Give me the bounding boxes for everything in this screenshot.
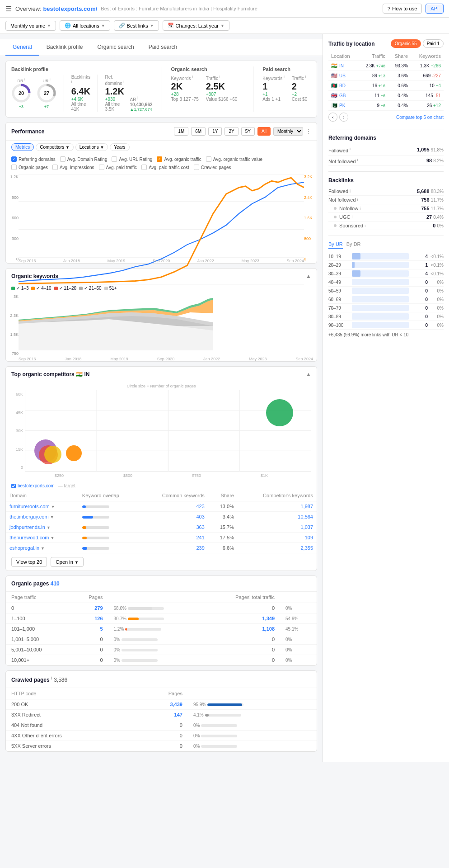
tab-backlink-profile[interactable]: Backlink profile: [39, 39, 90, 56]
backlink-row: Nofollow i 755 11.7%: [328, 204, 444, 213]
cb-avg-organic-traffic[interactable]: ✓ Avg. organic traffic: [157, 156, 201, 162]
ref-domains-metric: Ref. domains i 1.2K +930 All time 3.5K: [105, 75, 125, 112]
filter-1m[interactable]: 1M: [174, 127, 188, 136]
tab-general[interactable]: General: [5, 39, 39, 56]
calendar-icon: 📅: [168, 23, 174, 28]
col-traffic-tl: Traffic: [358, 52, 388, 61]
open-in-btn[interactable]: Open in ▼: [51, 557, 84, 567]
table-row: thepurewood.com ▼ 241 17.5% 109: [6, 533, 317, 543]
api-button[interactable]: API: [426, 4, 444, 14]
filter-2y[interactable]: 2Y: [224, 127, 238, 136]
svg-text:20: 20: [19, 90, 24, 96]
cb-avg-impressions[interactable]: Avg. Impressions: [52, 165, 94, 170]
help-icon: ?: [388, 6, 390, 11]
filter-1y[interactable]: 1Y: [208, 127, 222, 136]
cb-referring-domains[interactable]: ✓ Referring domains: [11, 156, 56, 162]
cb-avg-organic-traffic-value[interactable]: Avg. organic traffic value: [206, 156, 262, 162]
crawled-pages-title: Crawled pages i 3,586: [11, 677, 67, 683]
overview-label: Overview: bestofexports.com/: [15, 5, 97, 12]
kw-badge-4-10: ✓ 4–10: [31, 286, 51, 291]
paid-tab[interactable]: Paid 1: [423, 39, 444, 48]
filter-all[interactable]: All: [257, 127, 271, 136]
keywords-chart: 3K2.3K1.5K750 Sep 2016Jan 2018May 2019Se…: [6, 293, 317, 361]
monthly-volume-btn[interactable]: Monthly volume ▼: [5, 21, 56, 31]
ur-row: 70–79 0 0%: [328, 304, 444, 312]
paid-traffic-metric: Traffic i 2 +2 Cost $0: [292, 75, 307, 102]
performance-chart: 1.2K9006003000 3.2K2.4K1.6K8000: [6, 173, 317, 263]
by-dr-tab[interactable]: By DR: [346, 241, 361, 249]
cb-crawled-pages[interactable]: Crawled pages: [194, 165, 231, 170]
table-row: 1,001–5,000 0 0% 0 0%: [6, 634, 317, 645]
years-tab[interactable]: Years: [110, 143, 129, 151]
collapse-icon-comp[interactable]: ▲: [306, 371, 311, 377]
table-row: 🇵🇰 PK 9 +6 0.4% 26 +12: [328, 101, 444, 111]
table-row: eshopregal.in ▼ 239 6.6% 2,355: [6, 543, 317, 553]
cb-avg-paid-cost[interactable]: Avg. paid traffic cost: [141, 165, 189, 170]
col-domain: Domain: [6, 490, 79, 501]
view-top-20-btn[interactable]: View top 20: [11, 557, 47, 567]
filter-5y[interactable]: 5Y: [241, 127, 255, 136]
changes-btn[interactable]: 📅 Changes: Last year ▼: [163, 20, 229, 31]
ur-gauge: UR i 27 +7: [37, 77, 56, 109]
table-row: 3XX Redirect 147 4.1%: [6, 710, 317, 720]
col-keywords-tl: Keywords: [411, 52, 444, 61]
filter-6m[interactable]: 6M: [191, 127, 206, 136]
metrics-tab[interactable]: Metrics: [11, 143, 34, 151]
cb-avg-dr[interactable]: Avg. Domain Rating: [60, 156, 108, 162]
all-locations-btn[interactable]: 🌐 All locations ▼: [60, 20, 110, 31]
chevron-down-icon: ▼: [150, 24, 154, 28]
col-comp-kw: Competitor's keywords: [238, 490, 317, 501]
cb-avg-paid-traffic[interactable]: Avg. paid traffic: [99, 165, 137, 170]
ref-domains-title: Referring domains: [328, 135, 444, 141]
monthly-volume-label: Monthly volume: [10, 23, 45, 28]
more-options-icon[interactable]: ⋮: [306, 128, 311, 135]
col-share-tl: Share: [388, 52, 411, 61]
compare-link[interactable]: Compare top 5 on chart: [396, 115, 444, 120]
col-pages: Pages: [70, 592, 108, 603]
kw-badge-51plus: 51+: [104, 286, 117, 291]
ur-row: 10–19 4 <0.1%: [328, 252, 444, 261]
performance-title: Performance: [11, 128, 44, 135]
competitors-tab[interactable]: Competitors ▼: [36, 143, 74, 151]
paid-keywords-metric: Keywords i 1 +1 Ads 1 +1: [262, 75, 285, 102]
table-row: 10,001+ 0 0% 0 0%: [6, 655, 317, 665]
col-kw-overlap: Keyword overlap: [79, 490, 140, 501]
table-row: 🇺🇸 US 89 +13 3.6% 669 -227: [328, 71, 444, 81]
kw-badge-21-50: ✓ 21–50: [79, 286, 102, 291]
site-url-link[interactable]: bestofexports.com/: [43, 5, 97, 12]
collapse-icon[interactable]: ▲: [306, 273, 311, 279]
period-select[interactable]: Monthly Weekly: [273, 127, 303, 136]
backlink-row: Not followed i 756 11.7%: [328, 196, 444, 204]
ur-row: 60–69 0 0%: [328, 295, 444, 304]
bubble-chart: Circle size = Number of organic pages 60…: [6, 382, 317, 481]
ur-row: 50–59 0 0%: [328, 287, 444, 295]
table-row: 0 279 68.0% 0 0%: [6, 603, 317, 613]
next-arrow[interactable]: ›: [339, 113, 348, 122]
best-links-btn[interactable]: 🔗 Best links ▼: [114, 20, 159, 31]
col-page-traffic: Page traffic: [6, 592, 70, 603]
dr-gauge: DR i 20 +3: [11, 77, 31, 109]
cb-organic-pages[interactable]: Organic pages: [11, 165, 48, 170]
chevron-down-icon: ▼: [220, 24, 224, 28]
all-locations-label: All locations: [73, 23, 99, 28]
col-pages-total-traffic: Pages' total traffic: [203, 592, 280, 603]
svg-text:27: 27: [44, 90, 49, 96]
backlink-profile-label: Backlink profile: [11, 66, 153, 72]
how-to-use-button[interactable]: ? How to use: [383, 4, 422, 14]
ur-row: 40–49 0 0%: [328, 278, 444, 287]
menu-icon[interactable]: ☰: [5, 5, 12, 13]
backlink-row: UGC i 27 0.4%: [328, 213, 444, 222]
tab-paid-search[interactable]: Paid search: [141, 39, 184, 56]
organic-tab[interactable]: Organic 55: [391, 39, 421, 48]
organic-keywords-metric: Keywords i 2K +28 Top 3 127 -75: [171, 75, 199, 102]
table-row: 1–100 126 30.7% 1,349 54.9%: [6, 613, 317, 624]
cb-avg-ur[interactable]: Avg. URL Rating: [112, 156, 152, 162]
table-row: 5XX Server errors 0 0%: [6, 741, 317, 751]
tab-organic-search[interactable]: Organic search: [90, 39, 141, 56]
ref-domain-row: Followed i 1,095 91.8%: [328, 145, 444, 156]
chevron-down-icon: ▼: [101, 24, 105, 28]
locations-tab[interactable]: Locations ▼: [75, 143, 108, 151]
by-ur-tab[interactable]: By UR: [328, 241, 343, 249]
bestofexports-legend[interactable]: bestofexports.com: [11, 483, 55, 488]
prev-arrow[interactable]: ‹: [328, 113, 337, 122]
